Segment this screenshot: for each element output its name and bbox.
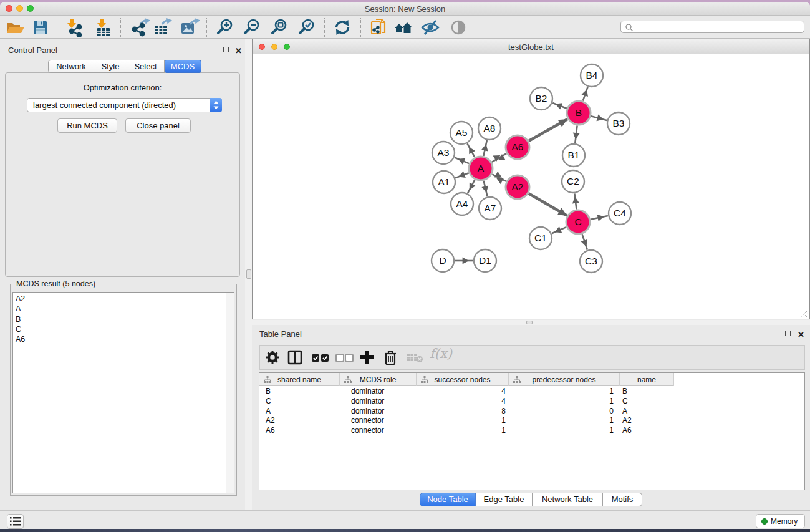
graph-node-B4[interactable]: B4: [581, 64, 603, 87]
table-cell[interactable]: A: [620, 407, 674, 417]
result-item[interactable]: A2: [13, 294, 234, 304]
table-cell[interactable]: dominator: [340, 397, 417, 407]
graph-node-A1[interactable]: A1: [433, 171, 455, 193]
tab-select[interactable]: Select: [127, 60, 165, 73]
column-header-name[interactable]: name: [620, 373, 674, 386]
export-image-icon[interactable]: [179, 18, 200, 37]
graph-node-C1[interactable]: C1: [529, 227, 552, 249]
graph-node-A7[interactable]: A7: [479, 197, 501, 220]
network-canvas[interactable]: AA1A3A5A8A4A7A6A2BB2B4B3B1CC2C4C1C3DD1: [253, 55, 809, 319]
table-cell[interactable]: dominator: [340, 407, 417, 417]
graph-node-C4[interactable]: C4: [609, 202, 631, 225]
graph-node-C[interactable]: C: [566, 210, 590, 234]
result-item[interactable]: B: [13, 314, 234, 324]
select-all-icon[interactable]: [311, 349, 329, 367]
close-panel-button[interactable]: Close panel: [125, 118, 191, 133]
table-cell[interactable]: A: [259, 407, 340, 417]
table-cell[interactable]: 4: [417, 397, 509, 407]
table-cell[interactable]: A2: [620, 416, 674, 426]
table-cell[interactable]: A2: [259, 416, 340, 426]
tab-node-table[interactable]: Node Table: [420, 493, 476, 506]
result-item[interactable]: A6: [13, 334, 234, 344]
add-column-icon[interactable]: [358, 349, 377, 367]
tab-mcds[interactable]: MCDS: [165, 60, 201, 73]
table-cell[interactable]: B: [259, 387, 340, 397]
column-header-predecessor-nodes[interactable]: predecessor nodes: [509, 373, 620, 386]
table-cell[interactable]: 8: [417, 407, 509, 417]
graph-node-D[interactable]: D: [432, 249, 454, 272]
table-cell[interactable]: 1: [509, 416, 620, 426]
show-hidden-icon[interactable]: [448, 18, 469, 37]
settings-icon[interactable]: [264, 349, 282, 367]
run-mcds-button[interactable]: Run MCDS: [57, 118, 117, 133]
show-panels-button[interactable]: [7, 514, 24, 529]
save-session-icon[interactable]: [30, 18, 51, 37]
open-session-icon[interactable]: [4, 18, 26, 37]
column-header-successor-nodes[interactable]: successor nodes: [417, 373, 509, 386]
graph-node-A[interactable]: A: [469, 157, 493, 180]
hide-selected-icon[interactable]: [420, 18, 441, 37]
mcds-result-list[interactable]: A2ABCA6: [12, 292, 234, 493]
table-cell[interactable]: dominator: [340, 387, 417, 397]
graph-node-A4[interactable]: A4: [451, 193, 473, 215]
table-cell[interactable]: 1: [509, 387, 620, 397]
graph-node-B[interactable]: B: [567, 101, 591, 125]
graph-node-A6[interactable]: A6: [506, 135, 529, 159]
network-window-titlebar[interactable]: testGlobe.txt: [253, 39, 809, 54]
export-table-icon[interactable]: [152, 18, 173, 37]
tab-network-table[interactable]: Network Table: [533, 493, 603, 506]
close-panel-icon[interactable]: ✕: [798, 332, 804, 338]
duplicate-network-icon[interactable]: [368, 18, 389, 37]
horizontal-splitter-handle[interactable]: [526, 321, 533, 324]
delete-column-icon[interactable]: [382, 349, 400, 367]
table-cell[interactable]: connector: [340, 426, 417, 436]
import-table-icon[interactable]: [92, 18, 113, 37]
tab-style[interactable]: Style: [94, 60, 127, 73]
zoom-fit-icon[interactable]: [269, 18, 291, 37]
table-cell[interactable]: connector: [340, 416, 417, 426]
graph-node-B1[interactable]: B1: [562, 144, 585, 167]
optimization-criterion-dropdown[interactable]: largest connected component (directed): [27, 98, 222, 112]
graph-node-A8[interactable]: A8: [478, 117, 501, 140]
scrollbar-track[interactable]: [226, 293, 234, 493]
table-cell[interactable]: 4: [417, 387, 509, 397]
edge-A-A6[interactable]: [492, 153, 506, 162]
home-view-icon[interactable]: [393, 18, 414, 37]
close-panel-icon[interactable]: ✕: [235, 48, 242, 54]
export-network-icon[interactable]: [130, 18, 151, 37]
result-item[interactable]: A: [13, 304, 234, 314]
table-row[interactable]: Adominator80A: [259, 407, 804, 417]
function-builder-icon[interactable]: f(x): [430, 346, 448, 365]
graph-node-D1[interactable]: D1: [474, 249, 496, 272]
zoom-out-icon[interactable]: [242, 18, 263, 37]
zoom-in-icon[interactable]: [215, 18, 236, 37]
table-cell[interactable]: 1: [417, 416, 509, 426]
table-cell[interactable]: 0: [509, 407, 620, 417]
table-cell[interactable]: A6: [259, 426, 340, 436]
vertical-splitter-handle[interactable]: [246, 269, 251, 279]
table-row[interactable]: A2connector11A2: [259, 416, 804, 426]
table-row[interactable]: A6connector11A6: [259, 426, 804, 436]
column-header-shared-name[interactable]: shared name: [259, 373, 340, 386]
result-item[interactable]: C: [13, 324, 234, 334]
table-row[interactable]: Bdominator41B: [259, 387, 804, 397]
table-row[interactable]: Cdominator41C: [259, 397, 804, 407]
search-input[interactable]: [620, 21, 804, 33]
graph-node-C2[interactable]: C2: [562, 170, 584, 193]
split-view-icon[interactable]: [286, 349, 305, 367]
resize-grip-icon[interactable]: [801, 310, 809, 318]
memory-button[interactable]: Memory: [756, 514, 805, 528]
graph-node-A5[interactable]: A5: [450, 122, 473, 144]
tab-edge-table[interactable]: Edge Table: [476, 493, 533, 506]
delete-table-icon[interactable]: [405, 349, 423, 367]
graph-node-B2[interactable]: B2: [530, 87, 552, 110]
refresh-icon[interactable]: [332, 18, 353, 37]
table-cell[interactable]: 1: [509, 397, 620, 407]
table-cell[interactable]: C: [620, 397, 674, 407]
table-cell[interactable]: A6: [620, 426, 674, 436]
graph-node-B3[interactable]: B3: [607, 112, 630, 135]
graph-node-A2[interactable]: A2: [506, 175, 529, 199]
column-header-MCDS-role[interactable]: MCDS role: [340, 373, 417, 386]
float-panel-icon[interactable]: [785, 331, 791, 336]
graph-node-A3[interactable]: A3: [432, 142, 455, 164]
